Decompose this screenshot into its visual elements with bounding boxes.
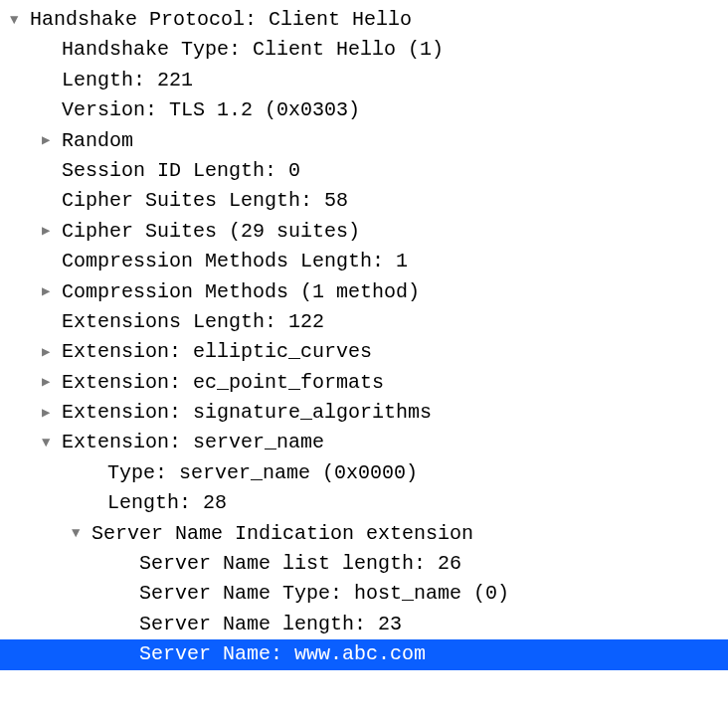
tree-label: Compression Methods Length: 1 <box>62 247 408 276</box>
disclosure-triangle-right-icon[interactable] <box>42 372 62 393</box>
tree-row-sni-type[interactable]: Type: server_name (0x0000) <box>0 458 728 488</box>
tree-row-length[interactable]: Length: 221 <box>0 66 728 95</box>
tree-row-session-id-length[interactable]: Session ID Length: 0 <box>0 156 728 186</box>
tree-row-sni-list-length[interactable]: Server Name list length: 26 <box>0 549 728 579</box>
tree-label: Server Name list length: 26 <box>139 549 461 579</box>
tree-label: Length: 28 <box>107 488 227 518</box>
tree-label: Length: 221 <box>62 66 193 95</box>
disclosure-triangle-down-icon[interactable] <box>72 523 91 544</box>
tree-row-sni-extension[interactable]: Server Name Indication extension <box>0 519 728 549</box>
tree-label: Cipher Suites Length: 58 <box>62 186 348 216</box>
disclosure-triangle-right-icon[interactable] <box>42 342 62 363</box>
tree-label: Server Name length: 23 <box>139 610 402 639</box>
tree-label: Server Name Indication extension <box>91 519 473 549</box>
disclosure-triangle-right-icon[interactable] <box>42 281 62 302</box>
tree-label: Type: server_name (0x0000) <box>107 458 418 488</box>
tree-label: Random <box>62 126 133 156</box>
tree-label: Extension: ec_point_formats <box>62 368 384 398</box>
tree-row-compression-methods[interactable]: Compression Methods (1 method) <box>0 277 728 307</box>
tree-row-sni-name-type[interactable]: Server Name Type: host_name (0) <box>0 579 728 609</box>
tree-label: Session ID Length: 0 <box>62 156 300 186</box>
tree-row-extension-server-name[interactable]: Extension: server_name <box>0 428 728 457</box>
tree-label: Extensions Length: 122 <box>62 307 324 337</box>
disclosure-triangle-right-icon[interactable] <box>42 403 62 424</box>
tree-row-extension-elliptic-curves[interactable]: Extension: elliptic_curves <box>0 337 728 367</box>
tree-row-handshake-type[interactable]: Handshake Type: Client Hello (1) <box>0 35 728 65</box>
tree-row-cipher-suites-length[interactable]: Cipher Suites Length: 58 <box>0 186 728 216</box>
tree-row-sni-name-length[interactable]: Server Name length: 23 <box>0 610 728 639</box>
tree-row-extension-ec-point-formats[interactable]: Extension: ec_point_formats <box>0 368 728 398</box>
tree-row-version[interactable]: Version: TLS 1.2 (0x0303) <box>0 95 728 125</box>
tree-label: Version: TLS 1.2 (0x0303) <box>62 95 360 125</box>
tree-row-sni-length[interactable]: Length: 28 <box>0 488 728 518</box>
disclosure-triangle-right-icon[interactable] <box>42 130 62 151</box>
tree-row-sni-server-name-selected[interactable]: Server Name: www.abc.com <box>0 639 728 669</box>
tree-row-extension-signature-algorithms[interactable]: Extension: signature_algorithms <box>0 398 728 428</box>
tree-label: Compression Methods (1 method) <box>62 277 420 307</box>
disclosure-triangle-down-icon[interactable] <box>10 10 30 31</box>
tree-row-random[interactable]: Random <box>0 126 728 156</box>
tree-label: Handshake Protocol: Client Hello <box>30 5 412 35</box>
tree-row-extensions-length[interactable]: Extensions Length: 122 <box>0 307 728 337</box>
tree-label: Handshake Type: Client Hello (1) <box>62 35 444 65</box>
disclosure-triangle-right-icon[interactable] <box>42 221 62 242</box>
tree-label: Cipher Suites (29 suites) <box>62 217 360 247</box>
tree-label: Extension: server_name <box>62 428 324 457</box>
tree-label: Extension: elliptic_curves <box>62 337 372 367</box>
disclosure-triangle-down-icon[interactable] <box>42 433 62 453</box>
tree-label: Server Name Type: host_name (0) <box>139 579 509 609</box>
tree-row-compression-methods-length[interactable]: Compression Methods Length: 1 <box>0 247 728 276</box>
tree-label: Server Name: www.abc.com <box>0 639 426 669</box>
tree-row-cipher-suites[interactable]: Cipher Suites (29 suites) <box>0 217 728 247</box>
tree-label: Extension: signature_algorithms <box>62 398 432 428</box>
tree-row-handshake-protocol[interactable]: Handshake Protocol: Client Hello <box>0 5 728 35</box>
